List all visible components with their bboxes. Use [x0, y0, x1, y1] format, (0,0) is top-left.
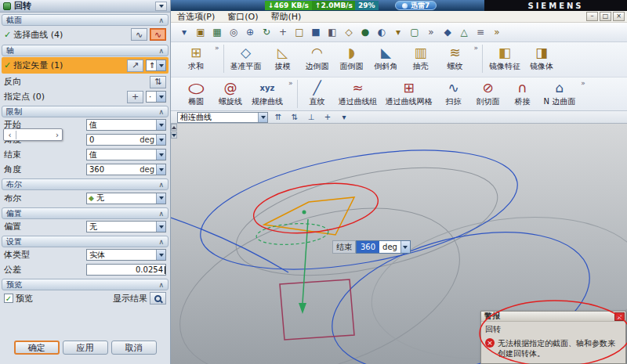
alert-close-button[interactable]: ×	[614, 312, 625, 321]
dropdown-arrow-icon[interactable]	[258, 113, 267, 122]
vector-type-dropdown[interactable]: ⇑	[146, 59, 166, 71]
overflow-chevron-icon[interactable]: »	[474, 44, 479, 52]
n-sided-surface-button[interactable]: ⌂ N 边曲面	[540, 77, 580, 107]
section-header-boolean[interactable]: 布尔 ∧	[2, 178, 169, 190]
onscreen-spinner[interactable]	[400, 241, 410, 253]
chamfer-button[interactable]: ◣ 倒斜角	[369, 42, 404, 72]
more-options-icon[interactable]: ▾	[338, 112, 350, 123]
overflow-icon[interactable]: »	[424, 25, 438, 39]
angle-spinner[interactable]	[156, 135, 165, 145]
collapse-icon[interactable]: ∧	[158, 238, 164, 246]
point-type-dropdown[interactable]: ·	[146, 91, 166, 103]
through-curves-button[interactable]: ≈ 通过曲线组	[335, 77, 382, 107]
show-result-button[interactable]	[150, 292, 166, 305]
end-angle-input[interactable]: 360 deg	[86, 164, 166, 175]
axis-vector-line[interactable]	[303, 219, 308, 304]
thunder-taskbar-button[interactable]: 迅雷7	[395, 1, 437, 10]
axis-vector-arrowhead[interactable]	[299, 303, 306, 314]
overflow-chevron-icon[interactable]: »	[215, 44, 219, 52]
dropdown-arrow-icon[interactable]	[156, 250, 165, 260]
cube-view-icon[interactable]: ■	[309, 25, 323, 39]
edge-blend-button[interactable]: ◠ 边倒圆	[300, 42, 335, 72]
sketch-rectangle[interactable]	[280, 279, 354, 340]
swept-button[interactable]: ∿ 扫掠	[437, 77, 471, 107]
menu-help[interactable]: 帮助(H)	[270, 11, 301, 23]
rotate-view-icon[interactable]: ↻	[259, 25, 274, 39]
overflow-icon-2[interactable]: »	[490, 25, 504, 39]
dropdown-arrow-icon[interactable]	[156, 92, 165, 102]
apply-button[interactable]: 应用	[63, 341, 108, 355]
popup-left-arrow-icon[interactable]: ‹	[4, 131, 16, 139]
collapse-icon[interactable]: ∧	[158, 47, 164, 55]
helix-button[interactable]: @ 螺旋线	[213, 77, 248, 107]
shell-button[interactable]: ▥ 抽壳	[404, 42, 438, 72]
angle-drag-popup[interactable]: ‹ ›	[3, 128, 63, 141]
section-header-limits[interactable]: 限制 ∧	[2, 106, 169, 117]
wireframe-ellipse-2[interactable]	[171, 176, 480, 364]
datum-plane-button[interactable]: ◇ 基准平面	[227, 42, 266, 72]
start-angle-value[interactable]: 0	[87, 135, 140, 144]
popup-right-arrow-icon[interactable]: ›	[16, 131, 62, 139]
reverse-direction-button[interactable]: ⇅	[150, 76, 166, 88]
ellipse-button[interactable]: ○ 椭圆	[179, 77, 213, 107]
snap-point-icon[interactable]: +	[321, 112, 334, 123]
menu-preferences[interactable]: 首选项(P)	[177, 11, 215, 23]
pan-icon[interactable]: +	[276, 25, 290, 39]
unite-button[interactable]: ⊞ 求和	[179, 42, 213, 72]
section-header-section[interactable]: 截面 ∧	[2, 14, 169, 26]
ok-button[interactable]: 确定	[14, 341, 60, 355]
axis-origin-point[interactable]	[303, 211, 306, 214]
snap-up-icon[interactable]: ⇈	[272, 112, 285, 123]
graphics-viewport[interactable]: 结束 360 deg 警报 × 回转 × 无法根据指定的截面、轴和参数来创建回转…	[171, 124, 627, 364]
style-chevron-icon[interactable]: ▾	[391, 25, 405, 39]
zoom-icon[interactable]: ◎	[227, 25, 241, 39]
collapse-icon[interactable]: ∧	[158, 16, 164, 24]
start-angle-input[interactable]: 0 deg	[86, 134, 166, 146]
tolerance-input[interactable]: 0.0254	[86, 264, 166, 276]
collapse-icon[interactable]: ∧	[158, 181, 164, 189]
onscreen-end-value[interactable]: 360	[357, 241, 379, 253]
dropdown-arrow-icon[interactable]	[156, 193, 165, 204]
menu-window[interactable]: 窗口(O)	[227, 11, 258, 23]
draft-button[interactable]: ◺ 拔模	[266, 42, 300, 72]
rail-clip-down-icon[interactable]	[171, 132, 177, 139]
wireframe-ellipse-1[interactable]	[227, 148, 507, 295]
dialog-title-bar[interactable]: 回转	[0, 0, 170, 13]
dropdown-arrow-icon[interactable]	[156, 120, 165, 130]
close-button[interactable]: ×	[613, 12, 625, 21]
end-type-dropdown[interactable]: 值	[86, 149, 166, 160]
section-header-settings[interactable]: 设置 ∧	[2, 236, 169, 247]
tolerance-value[interactable]: 0.0254	[87, 265, 165, 274]
minimize-button[interactable]: –	[586, 12, 598, 21]
offset-dropdown[interactable]: 无	[86, 221, 166, 232]
blue-curve-top[interactable]	[191, 129, 526, 290]
law-curve-button[interactable]: xyz 规律曲线	[248, 77, 287, 107]
grid-icon[interactable]: ▦	[210, 25, 224, 39]
section-header-axis[interactable]: 轴 ∧	[2, 45, 169, 56]
vector-dialog-button[interactable]: ↗	[127, 59, 143, 72]
restore-button[interactable]: □	[600, 12, 611, 21]
mirror-body-button[interactable]: ◨ 镜像体	[524, 42, 559, 72]
boolean-dropdown[interactable]: ◆ 无	[86, 193, 166, 204]
onscreen-end-angle-input[interactable]: 结束 360 deg	[332, 240, 411, 254]
sketch-icon[interactable]: △	[457, 25, 471, 39]
collapse-icon[interactable]: ∧	[158, 108, 164, 116]
dropdown-arrow-icon[interactable]	[156, 222, 165, 232]
snap-updown-icon[interactable]: ⇅	[288, 112, 301, 123]
thread-button[interactable]: ≋ 螺纹	[438, 42, 473, 72]
wireframe-view-icon[interactable]: ◇	[342, 25, 356, 39]
half-render-icon[interactable]: ◐	[375, 25, 389, 39]
section-header-preview[interactable]: 预览 ∧	[2, 279, 169, 290]
menu-chevron-icon[interactable]: ▾	[177, 25, 191, 39]
blank-style-icon[interactable]: ▢	[408, 25, 422, 39]
end-angle-value[interactable]: 360	[87, 165, 140, 174]
ruled-button[interactable]: ╱ 直纹	[300, 77, 335, 107]
overflow-chevron-icon[interactable]: »	[288, 79, 293, 87]
curve-select-active-button[interactable]: ∿	[150, 28, 166, 41]
datum-icon[interactable]: ◆	[440, 25, 455, 39]
dropdown-arrow-icon[interactable]	[156, 150, 165, 160]
rail-clip-up-icon[interactable]	[171, 124, 177, 131]
body-type-dropdown[interactable]: 实体	[86, 249, 166, 261]
section-header-offset[interactable]: 偏置 ∧	[2, 207, 169, 219]
sphere-render-icon[interactable]: ●	[358, 25, 372, 39]
